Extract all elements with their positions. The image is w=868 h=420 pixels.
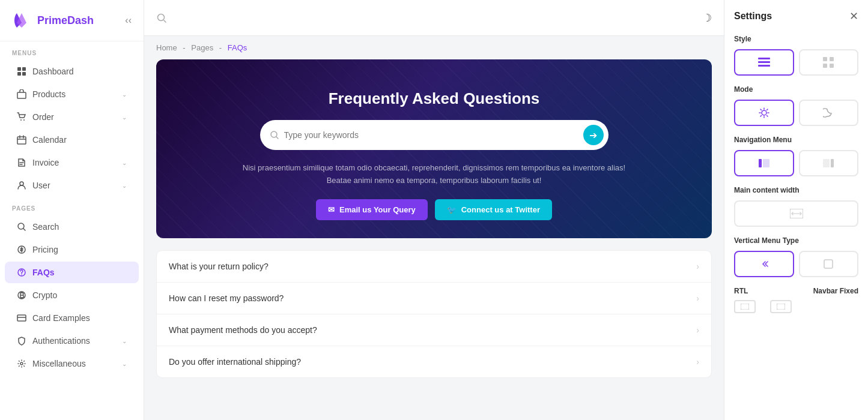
sidebar-logo: PrimeDash ‹‹ bbox=[0, 0, 144, 41]
topbar: ☽ bbox=[144, 0, 724, 36]
faq-item[interactable]: What payment methods do you accept? › bbox=[157, 314, 711, 346]
sidebar-item-user[interactable]: User ⌄ bbox=[5, 175, 139, 196]
sidebar-item-invoice[interactable]: Invoice ⌄ bbox=[5, 152, 139, 173]
sidebar-item-miscellaneous-label: Miscellaneous bbox=[32, 359, 86, 368]
mode-section-label: Mode bbox=[734, 85, 858, 94]
navbar-fixed-toggle[interactable] bbox=[770, 300, 792, 313]
svg-rect-1 bbox=[22, 67, 26, 71]
chevron-right-icon: › bbox=[696, 262, 699, 271]
sidebar-item-faqs[interactable]: FAQs bbox=[5, 262, 139, 283]
package-icon bbox=[17, 89, 26, 99]
chevron-right-icon: › bbox=[696, 357, 699, 367]
faq-item[interactable]: Do you offer international shipping? › bbox=[157, 346, 711, 377]
style-section-label: Style bbox=[734, 35, 858, 43]
svg-rect-27 bbox=[763, 159, 769, 167]
user-icon bbox=[17, 181, 26, 190]
nav-menu-option-right[interactable] bbox=[799, 150, 859, 176]
primedash-logo-icon bbox=[12, 11, 31, 30]
sidebar-item-crypto[interactable]: Crypto bbox=[5, 284, 139, 306]
svg-point-25 bbox=[762, 110, 766, 115]
vertical-menu-collapsed[interactable] bbox=[734, 251, 794, 277]
sidebar-item-order-label: Order bbox=[32, 112, 54, 122]
sidebar-item-authentications[interactable]: Authentications ⌄ bbox=[5, 330, 139, 352]
svg-rect-4 bbox=[17, 92, 26, 98]
svg-rect-20 bbox=[758, 65, 770, 67]
faq-search-input[interactable] bbox=[284, 130, 583, 140]
faq-search-bar[interactable]: ➔ bbox=[260, 120, 609, 150]
settings-icon bbox=[17, 359, 26, 368]
grid-icon bbox=[17, 67, 26, 76]
chevron-right-icon: › bbox=[696, 293, 699, 303]
pages-section-label: PAGES bbox=[0, 197, 144, 215]
rtl-toggle[interactable] bbox=[734, 300, 756, 313]
sidebar-item-search[interactable]: Search bbox=[5, 216, 139, 238]
mode-option-light[interactable] bbox=[734, 100, 794, 126]
svg-rect-3 bbox=[22, 72, 26, 76]
chevron-down-icon: ⌄ bbox=[122, 91, 127, 98]
settings-close-button[interactable]: ✕ bbox=[849, 10, 858, 23]
credit-card-icon bbox=[17, 313, 26, 323]
sidebar-item-calendar[interactable]: Calendar bbox=[5, 129, 139, 151]
sidebar-item-products[interactable]: Products ⌄ bbox=[5, 83, 139, 105]
svg-rect-26 bbox=[759, 159, 762, 167]
navbar-fixed-label: Navbar Fixed bbox=[813, 287, 858, 295]
sidebar-item-dashboard[interactable]: Dashboard bbox=[5, 61, 139, 82]
svg-rect-31 bbox=[824, 260, 833, 268]
style-option-grid[interactable] bbox=[799, 49, 859, 76]
sidebar-item-pricing[interactable]: Pricing bbox=[5, 239, 139, 260]
chevron-down-icon: ⌄ bbox=[122, 338, 127, 344]
svg-point-12 bbox=[21, 274, 22, 275]
nav-menu-option-left[interactable] bbox=[734, 150, 794, 176]
faq-item[interactable]: What is your return policy? › bbox=[157, 251, 711, 283]
breadcrumb-pages[interactable]: Pages bbox=[191, 43, 213, 52]
style-option-list[interactable] bbox=[734, 49, 794, 76]
sidebar-item-products-label: Products bbox=[32, 89, 65, 99]
svg-point-15 bbox=[20, 362, 23, 365]
vertical-menu-expanded[interactable] bbox=[799, 251, 859, 277]
sidebar-item-crypto-label: Crypto bbox=[32, 290, 57, 300]
rtl-navbar-row: RTL Navbar Fixed bbox=[734, 287, 858, 295]
faq-hero-title: Frequently Asked Questions bbox=[168, 89, 700, 108]
navigation-menu-options bbox=[734, 150, 858, 176]
sidebar-collapse-button[interactable]: ‹‹ bbox=[125, 15, 132, 26]
svg-rect-19 bbox=[758, 61, 770, 63]
calendar-icon bbox=[17, 135, 26, 145]
svg-rect-21 bbox=[823, 57, 827, 61]
svg-rect-28 bbox=[823, 159, 830, 167]
sidebar-item-calendar-label: Calendar bbox=[32, 135, 67, 145]
main-content-width-option[interactable] bbox=[734, 200, 858, 227]
main-content: ☽ Home - Pages - FAQs Frequently Asked Q… bbox=[144, 0, 724, 420]
chevron-down-icon: ⌄ bbox=[122, 114, 127, 121]
mode-option-dark[interactable] bbox=[799, 100, 859, 126]
svg-rect-18 bbox=[758, 58, 770, 59]
page-content-area: Frequently Asked Questions ➔ Nisi praese… bbox=[144, 59, 724, 420]
rtl-navbar-toggles bbox=[734, 300, 858, 313]
sidebar-item-order[interactable]: Order ⌄ bbox=[5, 106, 139, 128]
faq-hero-banner: Frequently Asked Questions ➔ Nisi praese… bbox=[156, 59, 712, 238]
breadcrumb-home[interactable]: Home bbox=[156, 43, 177, 52]
svg-point-8 bbox=[20, 182, 23, 185]
twitter-connect-button[interactable]: 🐦 Connect us at Twitter bbox=[435, 199, 552, 220]
sidebar-item-invoice-label: Invoice bbox=[32, 158, 59, 167]
svg-rect-7 bbox=[17, 137, 26, 144]
email-query-button[interactable]: ✉ Email us Your Query bbox=[316, 199, 428, 220]
sidebar-item-miscellaneous[interactable]: Miscellaneous ⌄ bbox=[5, 353, 139, 374]
navigation-menu-section-label: Navigation Menu bbox=[734, 136, 858, 144]
menus-section-label: MENUS bbox=[0, 41, 144, 60]
topbar-search-area[interactable] bbox=[156, 13, 167, 23]
svg-point-16 bbox=[158, 14, 165, 20]
settings-panel: Settings ✕ Style Mode Navigation Menu Ma… bbox=[724, 0, 868, 420]
faq-search-icon bbox=[270, 130, 279, 140]
sidebar-item-card-examples[interactable]: Card Examples bbox=[5, 307, 139, 329]
faq-search-button[interactable]: ➔ bbox=[583, 125, 604, 145]
sidebar-item-faqs-label: FAQs bbox=[32, 268, 55, 277]
vertical-menu-type-options bbox=[734, 251, 858, 277]
chevron-down-icon: ⌄ bbox=[122, 182, 127, 189]
app-name: PrimeDash bbox=[37, 14, 94, 27]
sidebar-item-authentications-label: Authentications bbox=[32, 336, 90, 346]
dark-mode-toggle[interactable]: ☽ bbox=[702, 11, 712, 25]
faq-item[interactable]: How can I reset my password? › bbox=[157, 283, 711, 314]
shield-icon bbox=[17, 336, 26, 346]
vertical-menu-type-label: Vertical Menu Type bbox=[734, 236, 858, 245]
file-icon bbox=[17, 158, 26, 167]
